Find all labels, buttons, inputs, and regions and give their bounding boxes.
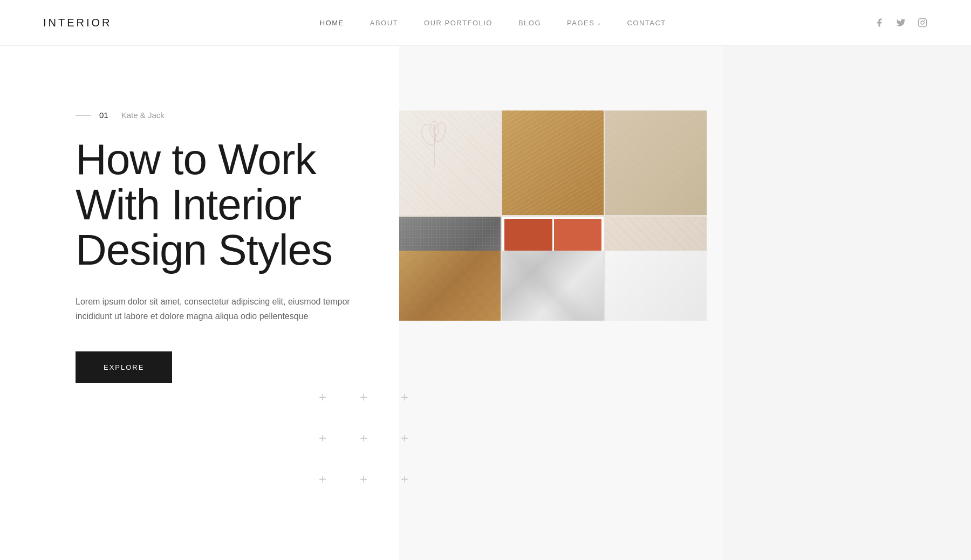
chevron-down-icon: ⌄ <box>597 20 601 26</box>
swatch-coral <box>554 219 602 251</box>
svg-point-4 <box>419 122 439 147</box>
white-material <box>605 251 707 321</box>
instagram-icon[interactable] <box>917 17 928 28</box>
hero-image <box>399 110 707 321</box>
nav-item-home[interactable]: HOME <box>320 19 344 27</box>
hero-title: How to Work With Interior Design Styles <box>76 137 356 273</box>
header: INTERIOR HOME ABOUT OUR PORTFOLIO BLOG P… <box>0 0 971 46</box>
number-label: 01 <box>99 110 108 120</box>
right-background <box>723 46 971 560</box>
floral-sketch <box>413 119 456 172</box>
hero-left: 01 Kate & Jack How to Work With Interior… <box>0 46 399 560</box>
plus-icon: + <box>306 422 339 454</box>
plus-icon: + <box>347 422 380 454</box>
facebook-icon[interactable] <box>874 17 885 28</box>
wood-material <box>399 251 501 321</box>
plus-icon: + <box>306 381 339 413</box>
nav-item-blog[interactable]: BLOG <box>518 19 541 27</box>
nav-item-contact[interactable]: CONTACT <box>627 19 666 27</box>
article-number: 01 <box>76 110 108 120</box>
svg-point-5 <box>432 121 448 143</box>
explore-button[interactable]: EXPLORE <box>76 351 172 383</box>
fabric-cell-tan <box>605 110 707 215</box>
plus-icon: + <box>347 381 380 413</box>
twitter-icon[interactable] <box>895 17 906 28</box>
hero-right <box>399 46 971 560</box>
materials-row <box>399 251 707 321</box>
plus-icon: + <box>306 463 339 495</box>
svg-point-1 <box>921 21 924 24</box>
article-author: Kate & Jack <box>121 110 165 120</box>
nav-item-about[interactable]: ABOUT <box>370 19 398 27</box>
logo[interactable]: INTERIOR <box>43 17 112 29</box>
marble-material <box>502 251 604 321</box>
fabric-cell-amber <box>502 110 604 215</box>
dash-decoration <box>76 115 91 116</box>
fabric-cell-white <box>399 110 501 215</box>
swatch-red <box>504 219 552 251</box>
plus-decoration: + + + + + + + + + <box>306 381 421 495</box>
article-meta: 01 Kate & Jack <box>76 110 356 120</box>
svg-point-6 <box>430 121 439 137</box>
plus-icon: + <box>388 422 421 454</box>
nav-item-pages[interactable]: PAGES <box>567 19 594 27</box>
nav-item-portfolio[interactable]: OUR PORTFOLIO <box>424 19 493 27</box>
nav-item-pages-wrapper[interactable]: PAGES ⌄ <box>567 19 601 27</box>
social-icons <box>874 17 928 28</box>
svg-point-2 <box>924 20 925 21</box>
svg-rect-0 <box>919 19 927 27</box>
plus-icon: + <box>388 381 421 413</box>
main-nav: HOME ABOUT OUR PORTFOLIO BLOG PAGES ⌄ CO… <box>320 19 666 27</box>
main-content: 01 Kate & Jack How to Work With Interior… <box>0 46 971 560</box>
plus-icon: + <box>388 463 421 495</box>
hero-description: Lorem ipsum dolor sit amet, consectetur … <box>76 294 356 323</box>
plus-icon: + <box>347 463 380 495</box>
